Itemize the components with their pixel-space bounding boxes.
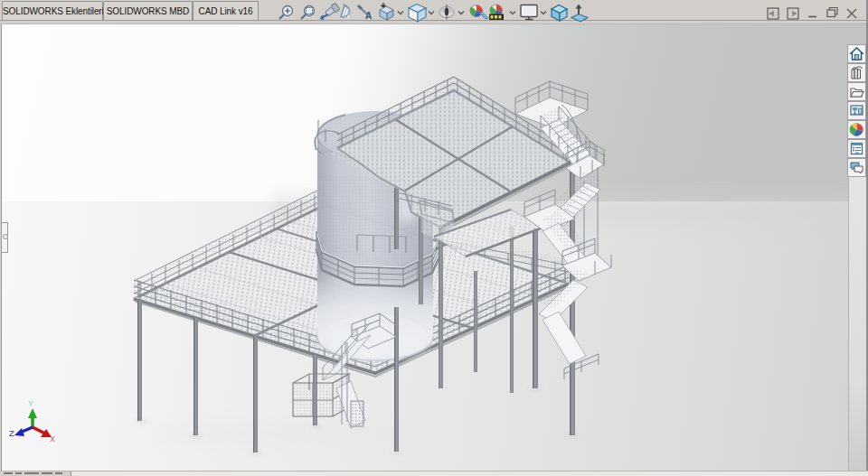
svg-text:A: A: [365, 11, 372, 21]
